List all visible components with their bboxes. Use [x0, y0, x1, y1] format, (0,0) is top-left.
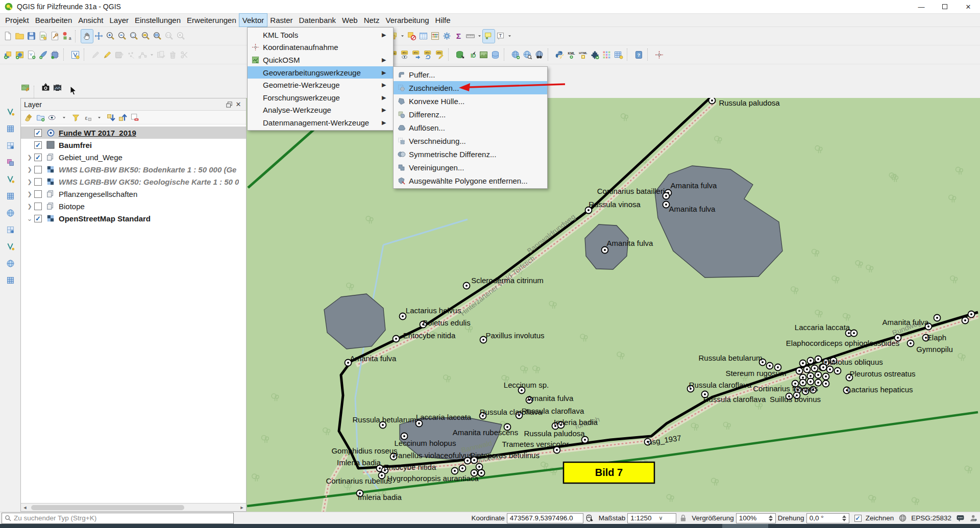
maximize-button[interactable]	[933, 0, 957, 14]
data-source-manager-button[interactable]	[2, 48, 14, 61]
minimize-button[interactable]: —	[910, 0, 933, 14]
plugin-button-8[interactable]	[4, 223, 17, 236]
help-button[interactable]: ?	[633, 48, 645, 61]
menu-layer[interactable]: Layer	[106, 14, 132, 27]
layer-checkbox[interactable]: ✓	[34, 141, 42, 149]
rotate-label-button[interactable]: abc	[422, 48, 434, 61]
layer-item-funde-wt-2017-2019[interactable]: ✓Funde WT 2017_2019	[21, 127, 246, 139]
highlight-labels-button[interactable]: abc	[399, 48, 410, 61]
zoom-to-selection-button[interactable]	[140, 30, 152, 43]
vertex-tool-button[interactable]	[137, 48, 149, 61]
open-project-button[interactable]	[14, 30, 26, 43]
float-panel-icon[interactable]	[225, 100, 234, 109]
menu-item-datenmanagement-werkzeuge[interactable]: Datenmanagement-Werkzeuge▶	[248, 116, 393, 129]
layer-checkbox[interactable]: ✓	[34, 154, 42, 161]
zoom-to-layer-button[interactable]	[152, 30, 163, 43]
new-virtual-table-button[interactable]	[612, 48, 624, 61]
menu-erweiterungen[interactable]: Erweiterungen	[184, 14, 239, 27]
crs-value[interactable]: EPSG:25832	[911, 514, 951, 522]
open-layer-styling-button[interactable]	[23, 111, 34, 123]
layer-item-wms-lgrb-bw-bk50-bodenkarte[interactable]: ❯WMS LGRB-BW BK50: Bodenkarte 1 : 50 000…	[21, 163, 246, 175]
html-export-button[interactable]: HTML	[577, 48, 589, 61]
deselect-features-button[interactable]	[406, 30, 418, 43]
remove-layer-button[interactable]	[129, 111, 140, 123]
menu-item-kml-tools[interactable]: KML Tools▶	[248, 29, 393, 41]
submenu-item-verschneidung[interactable]: Verschneidung...	[394, 134, 547, 147]
submenu-item-vereinigungen[interactable]: Vereinigungen...	[394, 161, 547, 174]
open-attribute-table-button[interactable]	[418, 30, 429, 43]
layer-checkbox[interactable]: ✓	[34, 215, 42, 222]
submenu-item-konvexe-hulle[interactable]: Konvexe Hülle...	[394, 94, 547, 108]
magnifier-input[interactable]: 100%	[736, 513, 776, 523]
expander-icon[interactable]: ❯	[25, 191, 34, 197]
add-delimited-text-button[interactable]: V	[26, 48, 37, 61]
toggle-editing-button[interactable]	[102, 48, 113, 61]
add-raster-layer-button[interactable]	[14, 48, 26, 61]
menu-item-analyse-werkzeuge[interactable]: Analyse-Werkzeuge▶	[248, 104, 393, 117]
save-layer-edits-button[interactable]	[113, 48, 125, 61]
lock-scale-icon[interactable]	[678, 513, 688, 523]
close-panel-icon[interactable]: ✕	[234, 100, 243, 109]
zoom-out-button[interactable]	[116, 30, 128, 43]
manage-plugins-button[interactable]	[589, 48, 601, 61]
offline-editing-button[interactable]	[454, 48, 466, 61]
plugin-button-3[interactable]	[4, 139, 17, 152]
menu-einstellungen[interactable]: Einstellungen	[132, 14, 184, 27]
menu-item-geoverarbeitungswerkzeuge[interactable]: Geoverarbeitungswerkzeuge▶	[248, 66, 393, 79]
expander-icon[interactable]: ❯	[25, 179, 34, 185]
scale-select[interactable]: 1:1250∨	[627, 513, 676, 523]
kml-tools-button[interactable]: KML	[566, 48, 577, 61]
expander-icon[interactable]: ❯	[25, 154, 34, 161]
python-console-button[interactable]	[554, 48, 566, 61]
new-print-layout-button[interactable]	[37, 30, 49, 43]
menu-item-quickosm[interactable]: QuickOSM▶	[248, 54, 393, 66]
field-calculator-button[interactable]	[429, 30, 441, 43]
show-layout-manager-button[interactable]	[49, 30, 61, 43]
map-tips-button[interactable]	[483, 30, 495, 43]
filter-expression-button[interactable]: ε	[82, 111, 93, 123]
crs-globe-icon[interactable]	[897, 513, 908, 523]
expander-icon[interactable]: ❯	[25, 203, 34, 210]
menu-web[interactable]: Web	[339, 14, 361, 27]
menu-netz[interactable]: Netz	[361, 14, 383, 27]
vertex-dropdown[interactable]	[149, 48, 155, 61]
layer-checkbox[interactable]	[34, 178, 42, 186]
submenu-item-auflosen[interactable]: Auflösen...	[394, 121, 547, 134]
map-canvas[interactable]: BannwaldrundwegHinterzartener Wald-Torfs…	[247, 98, 980, 512]
manage-map-themes-button[interactable]	[46, 111, 58, 123]
scroll-left-arrow[interactable]: ◄	[21, 504, 29, 511]
pan-map-button[interactable]	[81, 30, 93, 43]
style-manager-button[interactable]: a	[61, 30, 72, 43]
plugin-button-11[interactable]	[4, 273, 17, 287]
menu-item-geometrie-werkzeuge[interactable]: Geometrie-Werkzeuge▶	[248, 79, 393, 91]
menu-ansicht[interactable]: Ansicht	[75, 14, 106, 27]
add-feature-button[interactable]	[125, 48, 137, 61]
plugin-button-10[interactable]	[4, 257, 17, 270]
attribute-colors-button[interactable]	[601, 48, 612, 61]
layer-item-baumfrei[interactable]: ✓Baumfrei	[21, 139, 246, 151]
scroll-right-arrow[interactable]: ►	[238, 504, 246, 511]
layer-panel-hscrollbar[interactable]: ◄ ►	[21, 503, 246, 511]
layer-checkbox[interactable]: ✓	[34, 129, 42, 137]
identify-id-button[interactable]: ID	[466, 48, 478, 61]
expander-icon[interactable]: ❯	[25, 166, 34, 173]
messages-icon[interactable]	[955, 513, 965, 523]
map-themes-button[interactable]	[19, 81, 31, 94]
zoom-in-button[interactable]	[105, 30, 116, 43]
measure-line-button[interactable]	[464, 30, 476, 43]
locator-search[interactable]	[2, 513, 234, 524]
submenu-item-differenz[interactable]: Differenz...	[394, 108, 547, 121]
photo-import-button[interactable]	[40, 81, 52, 94]
plugin-button-9[interactable]	[4, 240, 17, 253]
db-manager-button[interactable]	[489, 48, 501, 61]
menu-raster[interactable]: Raster	[267, 14, 296, 27]
coordinate-input[interactable]: 473567.9,5397496.0	[507, 513, 583, 523]
text-annotation-button[interactable]: T	[495, 30, 506, 43]
new-project-button[interactable]	[2, 30, 14, 43]
pan-to-selection-button[interactable]	[93, 30, 105, 43]
menu-projekt[interactable]: Projekt	[2, 14, 32, 27]
add-spatialite-layer-button[interactable]	[49, 48, 61, 61]
collapse-all-button[interactable]	[117, 111, 128, 123]
submenu-item-puffer[interactable]: Puffer...	[394, 68, 547, 81]
close-button[interactable]: ✕	[957, 0, 980, 14]
